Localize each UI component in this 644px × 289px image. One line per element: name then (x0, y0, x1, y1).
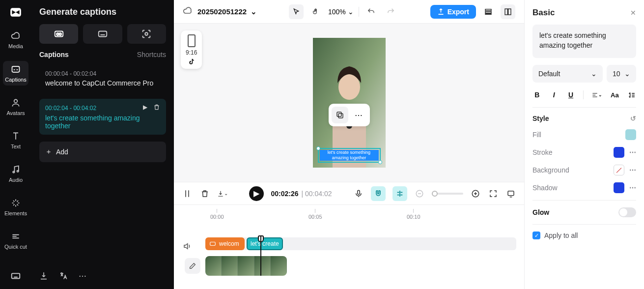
keyboard-icon[interactable] (10, 274, 21, 283)
hand-tool[interactable] (308, 4, 323, 19)
background-swatch[interactable] (614, 165, 624, 175)
resize-handle[interactable] (316, 146, 320, 150)
edit-icon[interactable] (185, 258, 200, 274)
seg-detect[interactable] (127, 24, 166, 44)
play-icon[interactable]: ▶ (143, 104, 147, 112)
screen-icon[interactable] (505, 188, 516, 199)
translate-icon[interactable] (59, 271, 68, 282)
zoom-out-icon[interactable] (414, 188, 425, 199)
more-icon[interactable]: ⋯ (629, 148, 636, 156)
copy-icon[interactable] (332, 107, 348, 123)
apply-label: Apply to all (544, 231, 578, 239)
track-align-icon[interactable] (392, 186, 407, 201)
tick-label: 00:10 (407, 214, 420, 220)
app-logo[interactable] (9, 6, 23, 19)
project-name-dropdown[interactable]: 202502051222 ⌄ (197, 7, 257, 16)
caption-clip[interactable]: welcom (205, 237, 245, 250)
rail-media[interactable]: Media (3, 28, 28, 52)
layout-2-icon[interactable] (501, 4, 515, 19)
zoom-in-icon[interactable] (470, 188, 481, 199)
rail-label: Media (8, 43, 23, 49)
svg-point-2 (14, 99, 18, 103)
rail-label: Elements (4, 210, 27, 216)
zoom-slider[interactable] (432, 193, 463, 195)
size-select[interactable]: 10⌄ (607, 65, 636, 83)
caption-clip-selected[interactable]: let's create (247, 237, 283, 250)
italic-button[interactable]: I (549, 89, 558, 100)
speaker-icon[interactable] (183, 242, 192, 253)
project-name: 202502051222 (197, 7, 247, 16)
layout-1-icon[interactable] (481, 4, 496, 19)
svg-text:CC: CC (56, 32, 61, 36)
add-caption-button[interactable]: ＋ Add (39, 142, 166, 162)
download-icon[interactable] (39, 271, 48, 282)
more-icon[interactable]: ⋯ (79, 271, 86, 282)
caption-item[interactable]: 00:00:04 - 00:02:04 welcome to CapCut Co… (39, 65, 166, 92)
redo-button[interactable] (384, 4, 398, 19)
stroke-swatch[interactable] (614, 147, 624, 158)
cursor-tool[interactable] (289, 4, 304, 19)
rail-captions[interactable]: Captions (3, 61, 28, 86)
glow-label: Glow (532, 208, 549, 216)
download-menu-icon[interactable]: ⌄ (217, 188, 228, 199)
fit-icon[interactable] (488, 188, 499, 199)
more-icon[interactable]: ⋯ (629, 184, 636, 192)
caption-item-selected[interactable]: 00:02:04 - 00:04:02 ▶ let's create somet… (39, 99, 166, 135)
zoom-select[interactable]: 100%⌄ (328, 8, 354, 16)
aspect-ratio-card[interactable]: 9:16 (181, 30, 202, 69)
font-select[interactable]: Default⌄ (532, 65, 603, 83)
undo-button[interactable] (364, 4, 379, 19)
mic-icon[interactable] (353, 188, 364, 199)
shadow-swatch[interactable] (614, 182, 624, 193)
magnet-icon[interactable] (371, 186, 386, 201)
close-icon[interactable]: ✕ (630, 9, 636, 17)
rail-avatars[interactable]: Avatars (3, 94, 28, 119)
seg-subtitle[interactable] (83, 24, 122, 44)
more-icon[interactable]: ⋯ (350, 107, 367, 123)
rail-quickcut[interactable]: Quick cut (3, 228, 28, 253)
rail-label: Audio (9, 177, 23, 183)
caption-text-input[interactable]: let's create something amazing together (532, 25, 636, 58)
delete-icon[interactable] (153, 104, 160, 112)
play-button[interactable]: ▶ (249, 186, 264, 201)
add-label: Add (56, 148, 68, 156)
checkbox-icon[interactable]: ✓ (532, 231, 540, 239)
rail-elements[interactable]: Elements (3, 195, 28, 219)
shortcuts-link[interactable]: Shortcuts (137, 51, 166, 58)
timecode: 00:02:26 | 00:04:02 (271, 190, 332, 198)
video-track[interactable] (205, 256, 516, 276)
svg-rect-24 (210, 242, 216, 246)
caption-overlay[interactable]: let's create something amazing together (318, 148, 381, 163)
export-label: Export (448, 8, 469, 16)
rail-text[interactable]: Text (3, 128, 28, 152)
more-icon[interactable]: ⋯ (629, 166, 636, 174)
svg-rect-19 (337, 112, 341, 116)
caption-track[interactable]: welcom let's create (205, 236, 516, 251)
stroke-label: Stroke (532, 148, 552, 156)
video-clip[interactable] (205, 256, 287, 276)
fill-swatch[interactable] (625, 129, 636, 140)
video-preview[interactable]: ⋯ let's create something amazing togethe… (313, 38, 386, 168)
export-button[interactable]: Export (430, 5, 476, 19)
timeline-ruler[interactable]: 00:00 00:05 00:10 (205, 207, 516, 219)
panel-title: Generate captions (39, 7, 166, 17)
tick-label: 00:00 (210, 214, 224, 220)
glow-toggle[interactable] (618, 207, 636, 217)
case-button[interactable]: Aa (610, 89, 619, 100)
align-button[interactable]: ⌄ (591, 89, 602, 100)
apply-to-all[interactable]: ✓ Apply to all (532, 231, 636, 239)
reset-icon[interactable]: ↺ (630, 115, 636, 122)
svg-rect-23 (508, 191, 514, 195)
seg-cc[interactable]: CC (39, 24, 78, 44)
trash-icon[interactable] (199, 188, 210, 199)
bold-button[interactable]: B (532, 89, 541, 100)
svg-point-16 (338, 74, 360, 100)
basic-title: Basic (532, 8, 555, 18)
rail-label: Avatars (6, 110, 25, 116)
underline-button[interactable]: U (566, 89, 575, 100)
cloud-sync-icon[interactable] (183, 6, 193, 18)
resize-handle[interactable] (378, 160, 382, 164)
spacing-button[interactable] (627, 89, 636, 100)
rail-audio[interactable]: Audio (3, 161, 28, 186)
split-icon[interactable] (182, 188, 193, 199)
